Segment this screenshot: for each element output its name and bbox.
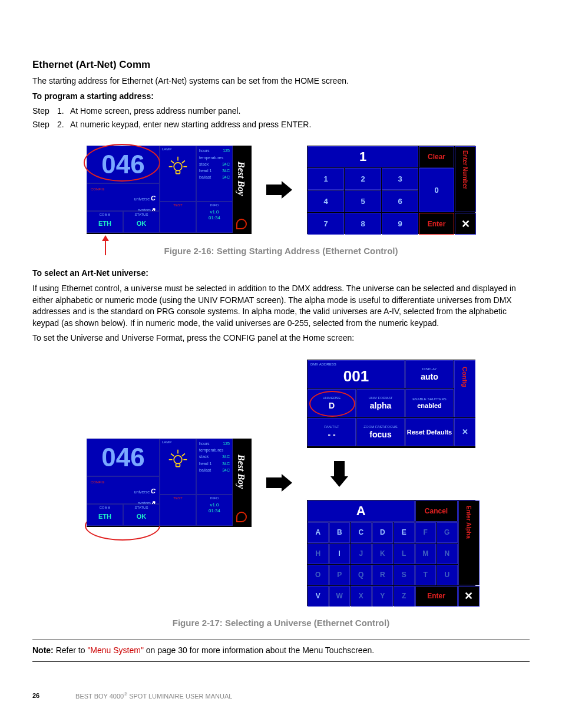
config-side-label: Config — [454, 360, 475, 417]
key-4[interactable]: 4 — [308, 190, 344, 212]
comm-panel[interactable]: COMMETH — [87, 504, 123, 526]
key-H[interactable]: H — [308, 543, 329, 564]
para2: If using Ethernet control, a universe mu… — [32, 283, 530, 329]
temps-panel: hours 125 temperatures stack 34C head 1 … — [196, 146, 233, 202]
config-panel[interactable]: CONFIG universe C system a — [87, 476, 160, 504]
key-M[interactable]: M — [415, 543, 437, 564]
key-U[interactable]: U — [437, 565, 458, 585]
reset-button[interactable]: Reset Defaults — [405, 418, 454, 446]
display-field[interactable]: DISPLAYauto — [405, 360, 454, 388]
status-panel[interactable]: STATUSOK — [123, 211, 160, 233]
alpha-close-button[interactable]: ✕ — [458, 586, 480, 607]
config-screen: DMX ADDRESS 001 DISPLAYauto UNIVERSED UN… — [307, 360, 475, 448]
key-6[interactable]: 6 — [382, 190, 418, 212]
swirl-icon — [236, 512, 247, 522]
home-screen-2: 046 LAMP hours 125 temperatures stack 34… — [87, 439, 252, 527]
svg-marker-8 — [102, 235, 109, 241]
brand-strip: Best Boy — [233, 146, 250, 233]
info-panel[interactable]: INFO v1.001:34 — [196, 202, 233, 233]
key-J[interactable]: J — [351, 543, 372, 564]
key-R[interactable]: R — [372, 565, 394, 585]
lamp-panel[interactable]: LAMP — [160, 439, 196, 495]
procedure2-title: To select an Art-Net universe: — [32, 268, 530, 279]
key-5[interactable]: 5 — [345, 190, 381, 212]
svg-rect-11 — [176, 463, 180, 466]
key-W[interactable]: W — [329, 586, 351, 607]
bulb-icon — [168, 156, 188, 176]
alpha-enter-button[interactable]: Enter — [415, 586, 458, 607]
key-I[interactable]: I — [329, 543, 351, 564]
key-O[interactable]: O — [308, 565, 329, 585]
pantilt-field[interactable]: PAN/TILT- - — [308, 418, 356, 446]
key-K[interactable]: K — [372, 543, 394, 564]
lamp-panel[interactable]: LAMP — [160, 146, 196, 202]
step-2: Step2.At numeric keypad, enter new start… — [32, 119, 530, 131]
key-8[interactable]: 8 — [345, 213, 381, 235]
key-X[interactable]: X — [351, 586, 372, 607]
key-L[interactable]: L — [394, 543, 415, 564]
svg-point-10 — [174, 456, 182, 464]
key-N[interactable]: N — [437, 543, 458, 564]
clear-button[interactable]: Clear — [419, 146, 454, 167]
test-panel[interactable]: TEST — [160, 202, 196, 233]
key-P[interactable]: P — [329, 565, 351, 585]
numeric-keypad: 1 Clear Enter Number 1 2 3 0 4 5 6 7 8 9… — [307, 146, 475, 234]
cancel-button[interactable]: Cancel — [415, 500, 458, 522]
keypad-display: 1 — [308, 146, 418, 167]
svg-rect-1 — [176, 171, 180, 174]
comm-panel[interactable]: COMMETH — [87, 211, 123, 233]
universe-field[interactable]: UNIVERSED — [308, 389, 356, 417]
close-button[interactable]: ✕ — [455, 213, 476, 235]
svg-line-13 — [171, 453, 174, 456]
univ-format-field[interactable]: UNIV FORMATalpha — [356, 389, 405, 417]
close-button[interactable]: ✕ — [454, 418, 475, 446]
key-T[interactable]: T — [415, 565, 437, 585]
dmx-address-field[interactable]: DMX ADDRESS 001 — [308, 360, 405, 388]
key-7[interactable]: 7 — [308, 213, 344, 235]
section-heading: Ethernet (Art-Net) Comm — [32, 59, 530, 71]
step-1: Step1.At Home screen, press address numb… — [32, 106, 530, 117]
key-D[interactable]: D — [372, 522, 394, 543]
key-Q[interactable]: Q — [351, 565, 372, 585]
alpha-keypad: A Cancel Enter Alpha A B C D E F G H I J… — [307, 500, 475, 606]
home-screen: 046 LAMP hours 125 — [87, 146, 252, 234]
swirl-icon — [236, 219, 247, 229]
svg-marker-9 — [266, 181, 292, 199]
alpha-display: A — [308, 500, 415, 522]
keypad-side-label: Enter Number — [455, 146, 476, 212]
figure2-caption: Figure 2-17: Selecting a Universe (Ether… — [32, 617, 530, 629]
figure-2-17-top: 046 LAMP hours 125 temperatures stack 34… — [32, 360, 530, 606]
config-panel[interactable]: CONFIG universe C system a — [87, 183, 160, 211]
key-B[interactable]: B — [329, 522, 351, 543]
enter-button[interactable]: Enter — [419, 213, 454, 235]
svg-marker-18 — [330, 461, 348, 487]
key-0[interactable]: 0 — [419, 168, 454, 212]
key-S[interactable]: S — [394, 565, 415, 585]
alpha-side-label: Enter Alpha — [458, 500, 480, 585]
info-panel[interactable]: INFO v1.001:34 — [196, 495, 233, 526]
menu-system-link[interactable]: "Menu System" — [87, 645, 144, 655]
key-A[interactable]: A — [308, 522, 329, 543]
svg-line-14 — [182, 453, 185, 456]
test-panel[interactable]: TEST — [160, 495, 196, 526]
key-1[interactable]: 1 — [308, 168, 344, 190]
bulb-icon — [168, 449, 188, 469]
key-Y[interactable]: Y — [372, 586, 394, 607]
address-panel[interactable]: 046 — [87, 146, 160, 183]
key-3[interactable]: 3 — [382, 168, 418, 190]
status-panel[interactable]: STATUSOK — [123, 504, 160, 526]
shutters-field[interactable]: ENABLE SHUTTERSenabled — [405, 389, 454, 417]
key-F[interactable]: F — [415, 522, 437, 543]
key-2[interactable]: 2 — [345, 168, 381, 190]
zoom-field[interactable]: ZOOM FAST/FOCUSfocus — [356, 418, 405, 446]
key-V[interactable]: V — [308, 586, 329, 607]
divider — [32, 640, 530, 640]
key-E[interactable]: E — [394, 522, 415, 543]
key-C[interactable]: C — [351, 522, 372, 543]
address-panel[interactable]: 046 — [87, 439, 160, 476]
key-G[interactable]: G — [437, 522, 458, 543]
key-9[interactable]: 9 — [382, 213, 418, 235]
arrow-right-icon — [266, 474, 292, 492]
key-Z[interactable]: Z — [394, 586, 415, 607]
note-text: Note: Refer to "Menu System" on page 30 … — [32, 645, 530, 657]
